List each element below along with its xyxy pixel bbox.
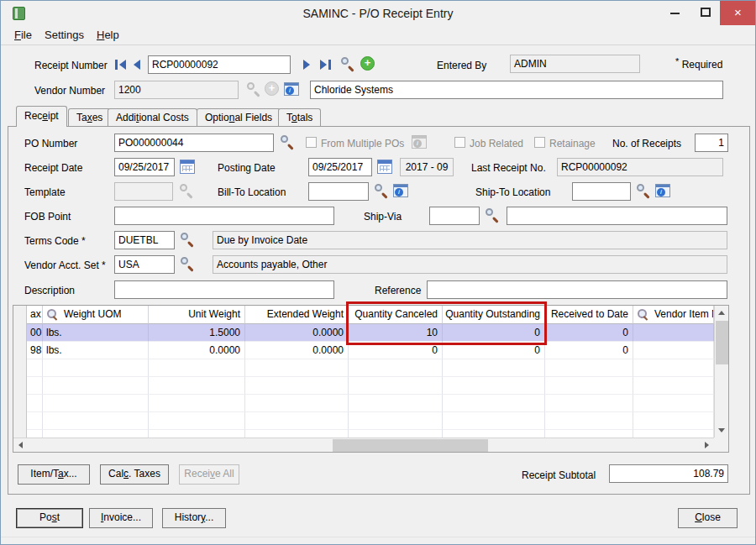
receipt-number-input[interactable]: RCP00000092 xyxy=(148,55,291,74)
table-cell[interactable] xyxy=(349,412,443,430)
table-row[interactable] xyxy=(27,377,714,395)
table-cell[interactable] xyxy=(27,412,43,430)
table-cell[interactable]: lbs. xyxy=(43,324,149,342)
table-cell[interactable] xyxy=(43,377,149,395)
new-receipt-button[interactable]: + xyxy=(360,56,375,71)
table-cell[interactable] xyxy=(633,342,714,359)
table-cell[interactable]: 00 xyxy=(27,324,43,342)
table-cell[interactable]: 0.0000 xyxy=(245,342,349,359)
ship-via-finder-icon[interactable] xyxy=(485,207,500,223)
horizontal-scroll-thumb[interactable] xyxy=(333,439,488,452)
table-cell[interactable] xyxy=(545,359,633,377)
last-record-icon[interactable] xyxy=(328,60,331,70)
table-cell[interactable] xyxy=(27,430,43,438)
table-cell[interactable] xyxy=(349,430,443,438)
table-row[interactable] xyxy=(27,359,714,377)
ship-via-desc-input[interactable] xyxy=(507,207,727,225)
table-cell[interactable] xyxy=(443,412,545,430)
table-cell[interactable] xyxy=(149,430,245,438)
receipt-finder-icon[interactable] xyxy=(340,56,355,71)
ship-to-location-input[interactable] xyxy=(572,182,631,201)
description-input[interactable] xyxy=(114,280,334,299)
ship-via-code-input[interactable] xyxy=(429,207,480,225)
tab-totals[interactable]: Totals xyxy=(278,108,321,126)
previous-record-button[interactable] xyxy=(134,60,140,70)
table-cell[interactable] xyxy=(349,395,443,412)
table-cell[interactable] xyxy=(27,377,43,395)
grid-column-header[interactable]: ax xyxy=(27,306,43,324)
ship-to-finder-icon[interactable] xyxy=(636,183,651,198)
bill-to-finder-icon[interactable] xyxy=(374,183,389,198)
posting-date-input[interactable]: 09/25/2017 xyxy=(308,158,372,176)
bill-to-drilldown-icon[interactable]: i xyxy=(393,184,408,197)
table-cell[interactable] xyxy=(545,395,633,412)
grid-column-header[interactable]: Weight UOM xyxy=(43,306,149,324)
table-cell[interactable] xyxy=(633,412,714,430)
po-number-input[interactable]: PO000000044 xyxy=(114,134,274,152)
ship-to-drilldown-icon[interactable]: i xyxy=(655,184,670,197)
next-record-button[interactable] xyxy=(303,60,310,70)
item-tax-button[interactable]: Item/Tax... xyxy=(18,464,90,485)
table-cell[interactable] xyxy=(43,395,149,412)
minimize-button[interactable] xyxy=(660,1,690,25)
table-cell[interactable] xyxy=(443,395,545,412)
table-cell[interactable] xyxy=(245,359,349,377)
tab-additional-costs[interactable]: Additional Costs xyxy=(108,108,197,126)
table-cell[interactable] xyxy=(43,359,149,377)
table-cell[interactable] xyxy=(245,412,349,430)
grid-horizontal-scrollbar[interactable] xyxy=(13,438,728,452)
close-button[interactable]: Close xyxy=(678,508,738,528)
reference-input[interactable] xyxy=(427,280,727,299)
first-record-button[interactable] xyxy=(119,60,126,70)
table-cell[interactable] xyxy=(245,377,349,395)
tab-optional-fields[interactable]: Optional Fields xyxy=(197,108,281,126)
post-button[interactable]: Post xyxy=(16,508,83,528)
table-cell[interactable] xyxy=(27,359,43,377)
table-cell[interactable] xyxy=(149,395,245,412)
table-cell[interactable] xyxy=(443,430,545,438)
terms-code-input[interactable]: DUETBL xyxy=(114,231,175,249)
table-cell[interactable] xyxy=(443,359,545,377)
vendor-acct-finder-icon[interactable] xyxy=(180,256,195,271)
menu-file[interactable]: File xyxy=(9,26,37,45)
scroll-right-icon[interactable] xyxy=(705,442,709,448)
table-cell[interactable] xyxy=(633,395,714,412)
grid-column-header[interactable]: Unit Weight xyxy=(149,306,245,324)
grid-column-header[interactable]: Vendor Item Nu xyxy=(633,306,714,324)
grid-column-header[interactable]: Extended Weight xyxy=(245,306,349,324)
invoice-button[interactable]: Invoice... xyxy=(89,508,153,528)
vendor-number-input[interactable]: 1200 xyxy=(114,81,239,99)
fob-point-input[interactable] xyxy=(114,207,334,225)
grid-vertical-scrollbar[interactable] xyxy=(714,306,728,438)
history-button[interactable]: History... xyxy=(162,508,226,528)
table-cell[interactable] xyxy=(633,430,714,438)
table-row[interactable] xyxy=(27,412,714,430)
table-cell[interactable] xyxy=(545,377,633,395)
scroll-up-icon[interactable] xyxy=(718,311,725,315)
scroll-down-icon[interactable] xyxy=(718,428,725,432)
calc-taxes-button[interactable]: Calc. Taxes xyxy=(100,464,169,485)
receipt-date-calendar-icon[interactable] xyxy=(180,160,195,174)
table-cell[interactable] xyxy=(149,412,245,430)
po-finder-icon[interactable] xyxy=(280,134,295,149)
posting-date-calendar-icon[interactable] xyxy=(377,160,392,174)
tab-taxes[interactable]: Taxes xyxy=(68,108,111,126)
last-record-button[interactable] xyxy=(320,60,327,70)
table-row[interactable] xyxy=(27,430,714,438)
table-cell[interactable] xyxy=(245,395,349,412)
table-cell[interactable] xyxy=(43,412,149,430)
table-cell[interactable]: lbs. xyxy=(43,342,149,359)
table-cell[interactable] xyxy=(443,377,545,395)
vendor-acct-set-input[interactable]: USA xyxy=(114,255,175,274)
table-cell[interactable] xyxy=(245,430,349,438)
table-cell[interactable] xyxy=(633,324,714,342)
vertical-scroll-thumb[interactable] xyxy=(716,321,728,364)
receipt-date-input[interactable]: 09/25/2017 xyxy=(114,158,175,176)
table-cell[interactable]: 98 xyxy=(27,342,43,359)
first-record-icon[interactable] xyxy=(115,60,118,70)
terms-finder-icon[interactable] xyxy=(180,232,195,247)
table-cell[interactable] xyxy=(149,359,245,377)
table-cell[interactable] xyxy=(27,395,43,412)
scroll-left-icon[interactable] xyxy=(18,442,23,448)
table-cell[interactable] xyxy=(349,377,443,395)
